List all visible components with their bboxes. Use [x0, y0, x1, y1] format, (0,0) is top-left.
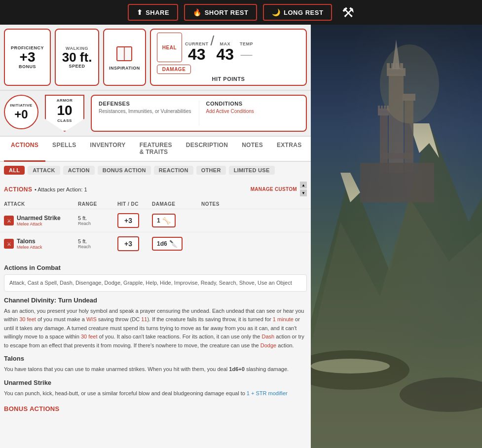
- armor-box: ARMOR 10 CLASS: [42, 95, 87, 132]
- tab-notes[interactable]: NOTES: [235, 137, 270, 162]
- actions-title: ACTIONS • Attacks per Action: 1: [4, 185, 87, 193]
- hp-slash: /: [211, 33, 215, 49]
- share-icon: ⬆: [137, 8, 143, 16]
- attack-range-2: 5 ft. Reach: [78, 238, 117, 249]
- damage-button[interactable]: DAMAGE: [157, 65, 191, 74]
- defenses-subtitle: Resistances, Immunities, or Vulnerabilit…: [99, 109, 192, 114]
- unarmed-strike-text: You can punch, kick, head-butt, or use a…: [4, 389, 307, 398]
- attack-info-1: Unarmed Strike Melee Attack: [17, 215, 61, 226]
- attack-hit-2: +3: [117, 236, 152, 251]
- svg-point-28: [311, 359, 390, 373]
- hp-buttons: HEAL CURRENT 43 / MAX 43: [157, 33, 300, 62]
- tab-extras[interactable]: EXTRAS: [270, 137, 308, 162]
- scroll-up-button[interactable]: ▲: [300, 182, 307, 188]
- bonus-actions-heading: BONUS ACTIONS: [4, 405, 307, 412]
- filter-all[interactable]: ALL: [4, 166, 25, 175]
- conditions-col: CONDITIONS Add Active Conditions: [199, 101, 306, 126]
- col-range: RANGE: [78, 201, 117, 207]
- hp-box: HEAL CURRENT 43 / MAX 43: [150, 29, 307, 86]
- filter-other[interactable]: OTHER: [196, 166, 226, 175]
- conditions-subtitle[interactable]: Add Active Conditions: [206, 109, 299, 114]
- table-header-row: ATTACK RANGE HIT / DC DAMAGE NOTES: [0, 199, 311, 209]
- armor-value: 10: [57, 103, 72, 118]
- speed-value: 30 ft.: [62, 51, 92, 64]
- main-layout: PROFICIENCY +3 BONUS WALKING 30 ft. SPEE…: [0, 25, 482, 448]
- speed-label-bottom: SPEED: [69, 64, 85, 69]
- filter-row: ALL ATTACK ACTION BONUS ACTION REACTION …: [0, 162, 311, 179]
- damage-value-1: 1: [157, 217, 160, 224]
- initiative-value: +0: [14, 108, 28, 121]
- hit-dc-button-2[interactable]: +3: [117, 236, 139, 251]
- defenses-col: DEFENSES Resistances, Immunities, or Vul…: [92, 101, 199, 126]
- scroll-down-button[interactable]: ▼: [300, 189, 307, 196]
- scroll-controls: ▲ ▼: [300, 182, 307, 196]
- actions-combat-box: Attack, Cast a Spell, Dash, Disengage, D…: [4, 274, 307, 292]
- attack-sub-2: Melee Attack: [17, 245, 42, 250]
- col-damage: DAMAGE: [152, 201, 201, 207]
- inspiration-box[interactable]: INSPIRATION: [103, 29, 146, 86]
- actions-label: ACTIONS: [4, 186, 33, 193]
- proficiency-box: PROFICIENCY +3 BONUS: [4, 29, 51, 86]
- heal-button[interactable]: HEAL: [157, 33, 182, 62]
- col-hit-dc: HIT / DC: [117, 201, 152, 207]
- filter-action[interactable]: ACTION: [63, 166, 95, 175]
- conditions-title: CONDITIONS: [206, 101, 299, 107]
- attack-hit-1: +3: [117, 213, 152, 228]
- attack-sub-1: Melee Attack: [17, 222, 61, 226]
- tabs-row: ACTIONS SPELLS INVENTORY FEATURES & TRAI…: [0, 137, 311, 162]
- manage-custom-button[interactable]: MANAGE CUSTOM: [251, 187, 297, 192]
- top-bar: ⬆ SHARE 🔥 SHORT REST 🌙 LONG REST ⚒: [0, 0, 482, 25]
- filter-bonus-action[interactable]: BONUS ACTION: [98, 166, 151, 175]
- svg-rect-24: [380, 153, 413, 159]
- inspiration-label: INSPIRATION: [109, 66, 140, 71]
- long-rest-label: LONG REST: [284, 9, 323, 16]
- proficiency-label-bottom: BONUS: [19, 64, 36, 69]
- tab-inventory[interactable]: INVENTORY: [83, 137, 133, 162]
- long-rest-button[interactable]: 🌙 LONG REST: [263, 4, 332, 21]
- defenses-title: DEFENSES: [99, 101, 192, 107]
- channel-divinity-heading: Channel Divinity: Turn Undead: [4, 297, 307, 304]
- attack-icon-2: ⚔: [4, 239, 14, 249]
- left-panel: PROFICIENCY +3 BONUS WALKING 30 ft. SPEE…: [0, 25, 311, 448]
- damage-button-2[interactable]: 1d6 🔪: [152, 237, 183, 251]
- talons-text: You have talons that you can use to make…: [4, 365, 307, 374]
- tab-description[interactable]: DESCRIPTION: [179, 137, 235, 162]
- filter-limited-use[interactable]: LIMITED USE: [229, 166, 275, 175]
- damage-button-1[interactable]: 1 🦴: [152, 214, 176, 227]
- temp-hp-value: —: [240, 46, 252, 62]
- proficiency-value: +3: [20, 50, 36, 64]
- armor-label-top: ARMOR: [57, 98, 73, 103]
- current-hp-value: 43: [188, 46, 206, 62]
- attack-range-value-1: 5 ft.: [78, 215, 117, 221]
- tab-actions[interactable]: ACTIONS: [4, 137, 45, 162]
- attack-name-cell-1: ⚔ Unarmed Strike Melee Attack: [4, 215, 78, 226]
- svg-rect-3: [125, 48, 131, 60]
- talons-heading: Talons: [4, 355, 307, 362]
- tab-spells[interactable]: SPELLS: [45, 137, 83, 162]
- short-rest-button[interactable]: 🔥 SHORT REST: [184, 4, 257, 21]
- channel-divinity-text: As an action, you present your holy symb…: [4, 307, 307, 350]
- damage-value-2: 1d6: [157, 240, 167, 247]
- filter-reaction[interactable]: REACTION: [154, 166, 193, 175]
- attack-damage-1: 1 🦴: [152, 214, 201, 227]
- actions-combat-heading: Actions in Combat: [4, 264, 307, 271]
- hp-label: HIT POINTS: [157, 76, 300, 82]
- actions-header: ACTIONS • Attacks per Action: 1 MANAGE C…: [0, 179, 311, 199]
- share-button[interactable]: ⬆ SHARE: [128, 4, 179, 21]
- defense-section: INITIATIVE +0 ARMOR 10 CLASS DEFENSES Re…: [0, 91, 311, 137]
- actions-combat-text: Attack, Cast a Spell, Dash, Disengage, D…: [9, 280, 292, 286]
- svg-rect-2: [118, 48, 123, 60]
- manage-area: MANAGE CUSTOM ▲ ▼: [251, 182, 307, 196]
- hit-dc-button-1[interactable]: +3: [117, 213, 139, 228]
- attack-range-1: 5 ft. Reach: [78, 215, 117, 226]
- unarmed-strike-heading: Unarmed Strike: [4, 379, 307, 386]
- tab-features-traits[interactable]: FEATURES & TRAITS: [133, 137, 179, 162]
- max-hp-value: 43: [216, 46, 234, 62]
- table-row: ⚔ Talons Melee Attack 5 ft. Reach +3 1d6: [0, 232, 311, 255]
- temp-hp-label: TEMP: [240, 41, 253, 46]
- col-attack: ATTACK: [4, 201, 78, 207]
- attack-info-2: Talons Melee Attack: [17, 238, 42, 250]
- filter-attack[interactable]: ATTACK: [28, 166, 60, 175]
- attack-name-1: Unarmed Strike: [17, 215, 61, 222]
- castle-background: [311, 25, 482, 448]
